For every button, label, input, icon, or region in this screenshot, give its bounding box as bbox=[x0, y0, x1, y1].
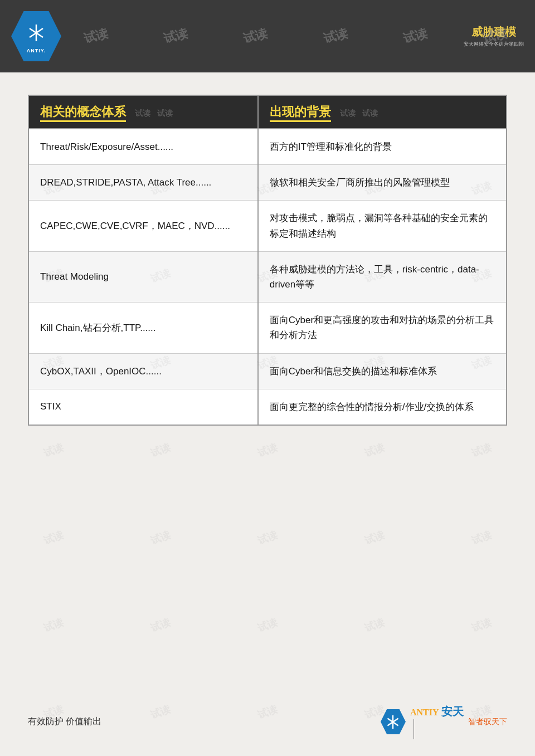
table-row: CybOX,TAXII，OpenIOC......面向Cyber和信息交换的描述… bbox=[28, 353, 507, 389]
table-cell-right: 面向Cyber和更高强度的攻击和对抗的场景的分析工具和分析方法 bbox=[258, 303, 507, 353]
brand-sub: 安天网络安全冬训营第四期 bbox=[464, 41, 524, 48]
header-watermark: 试读 试读 试读 试读 试读 试读 bbox=[0, 0, 535, 72]
watermark-2: 试读 bbox=[162, 25, 189, 47]
footer-logo: ANTIY 安天 智者驭天下 bbox=[381, 704, 507, 739]
table-cell-left: CybOX,TAXII，OpenIOC...... bbox=[28, 353, 258, 389]
footer-slogan: 有效防护 价值输出 bbox=[28, 716, 101, 728]
watermark-4: 试读 bbox=[322, 25, 349, 47]
table-cell-left: STIX bbox=[28, 389, 258, 425]
table-cell-left: Threat/Risk/Exposure/Asset...... bbox=[28, 129, 258, 165]
header-right-brand: 威胁建模 安天网络安全冬训营第四期 bbox=[464, 25, 524, 48]
table-cell-left: DREAD,STRIDE,PASTA, Attack Tree...... bbox=[28, 165, 258, 201]
table-cell-right: 西方的IT管理和标准化的背景 bbox=[258, 129, 507, 165]
table-header-row: 相关的概念体系 试读 试读 出现的背景 试读 试读 bbox=[28, 95, 507, 129]
watermark-5: 试读 bbox=[401, 25, 429, 47]
brand-name: 威胁建模 bbox=[471, 25, 516, 40]
table-body: Threat/Risk/Exposure/Asset......西方的IT管理和… bbox=[28, 129, 507, 425]
footer: 有效防护 价值输出 ANTIY 安天 智者驭天下 bbox=[0, 704, 535, 739]
table-row: Threat/Risk/Exposure/Asset......西方的IT管理和… bbox=[28, 129, 507, 165]
logo: ANTIY. bbox=[11, 11, 61, 61]
table-cell-right: 面向Cyber和信息交换的描述和标准体系 bbox=[258, 353, 507, 389]
footer-brand-sub: 智者驭天下 bbox=[468, 717, 507, 727]
footer-brand: ANTIY 安天 bbox=[410, 704, 464, 739]
table-cell-right: 对攻击模式，脆弱点，漏洞等各种基础的安全元素的标定和描述结构 bbox=[258, 201, 507, 251]
table-cell-left: CAPEC,CWE,CVE,CVRF，MAEC，NVD...... bbox=[28, 201, 258, 251]
table-row: CAPEC,CWE,CVE,CVRF，MAEC，NVD......对攻击模式，脆… bbox=[28, 201, 507, 251]
table-cell-left: Kill Chain,钻石分析,TTP...... bbox=[28, 303, 258, 353]
logo-icon bbox=[22, 19, 50, 47]
col2-header: 出现的背景 试读 试读 bbox=[258, 95, 507, 129]
table-cell-right: 各种威胁建模的方法论，工具，risk-centric，data-driven等等 bbox=[258, 251, 507, 302]
table-row: Threat Modeling各种威胁建模的方法论，工具，risk-centri… bbox=[28, 251, 507, 302]
concept-table: 相关的概念体系 试读 试读 出现的背景 试读 试读 Threat/Risk/Ex… bbox=[28, 95, 507, 426]
table-row: DREAD,STRIDE,PASTA, Attack Tree......微软和… bbox=[28, 165, 507, 201]
watermark-3: 试读 bbox=[241, 25, 269, 47]
table-cell-left: Threat Modeling bbox=[28, 251, 258, 302]
main-content: 试读试读试读试读试读 试读试读试读试读试读 试读试读试读试读试读 试读试读试读试… bbox=[0, 72, 535, 756]
table-row: STIX面向更完整的综合性的情报分析/作业/交换的体系 bbox=[28, 389, 507, 425]
table-cell-right: 面向更完整的综合性的情报分析/作业/交换的体系 bbox=[258, 389, 507, 425]
watermark-1: 试读 bbox=[82, 25, 110, 47]
header: ANTIY. 试读 试读 试读 试读 试读 试读 威胁建模 安天网络安全冬训营第… bbox=[0, 0, 535, 72]
logo-text: ANTIY. bbox=[27, 48, 46, 53]
footer-logo-icon bbox=[381, 709, 406, 734]
table-cell-right: 微软和相关安全厂商所推出的风险管理模型 bbox=[258, 165, 507, 201]
footer-brand-main: ANTIY 安天 bbox=[410, 704, 464, 719]
table-row: Kill Chain,钻石分析,TTP......面向Cyber和更高强度的攻击… bbox=[28, 303, 507, 353]
col1-header: 相关的概念体系 试读 试读 bbox=[28, 95, 258, 129]
